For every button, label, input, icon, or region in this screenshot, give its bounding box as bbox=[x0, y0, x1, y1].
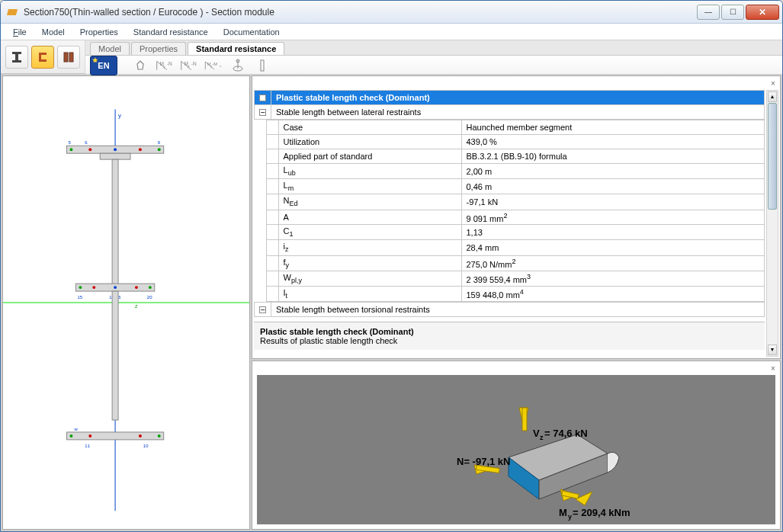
maximize-button[interactable]: ☐ bbox=[721, 5, 744, 20]
right-pane-area: × − Plastic stable length check (Dominan… bbox=[252, 75, 781, 530]
svg-rect-2 bbox=[12, 60, 21, 62]
svg-text:= 209,4 kNm: = 209,4 kNm bbox=[573, 507, 631, 518]
svg-rect-55 bbox=[522, 408, 527, 431]
svg-rect-22 bbox=[100, 153, 130, 159]
svg-text:M: M bbox=[559, 507, 567, 518]
summary-panel: Plastic stable length check (Dominant) R… bbox=[254, 322, 765, 350]
tab-properties[interactable]: Properties bbox=[131, 42, 186, 55]
menu-properties[interactable]: Properties bbox=[72, 25, 126, 39]
svg-point-33 bbox=[79, 286, 82, 289]
scroll-up-icon[interactable]: ▲ bbox=[768, 91, 777, 102]
menu-documentation[interactable]: Documentation bbox=[216, 25, 287, 39]
collapse-icon[interactable]: − bbox=[259, 109, 266, 116]
scroll-down-icon[interactable]: ▼ bbox=[768, 345, 777, 355]
svg-text:z: z bbox=[188, 65, 190, 69]
titlebar[interactable]: Section750(Thin-walled section / Eurocod… bbox=[1, 1, 782, 24]
svg-text:6: 6 bbox=[85, 140, 88, 145]
summary-title: Plastic stable length check (Dominant) bbox=[260, 327, 759, 336]
vertical-scrollbar[interactable]: ▲ ▼ bbox=[766, 90, 778, 357]
svg-point-26 bbox=[139, 148, 142, 151]
table-row[interactable]: NEd-97,1 kN bbox=[254, 194, 765, 210]
tab-model[interactable]: Model bbox=[90, 42, 130, 55]
app-window: Section750(Thin-walled section / Eurocod… bbox=[0, 0, 783, 532]
table-subheader-lateral[interactable]: − Stable length between lateral restrain… bbox=[255, 105, 765, 120]
svg-text:20: 20 bbox=[147, 295, 152, 300]
svg-point-46 bbox=[88, 434, 91, 437]
svg-text:-N: -N bbox=[167, 61, 172, 66]
tool-channel-icon[interactable] bbox=[31, 46, 54, 69]
svg-point-35 bbox=[92, 286, 95, 289]
properties-table: − Plastic stable length check (Dominant)… bbox=[254, 90, 765, 120]
table-subheader-torsional[interactable]: − Stable length between torsional restra… bbox=[255, 303, 765, 317]
diagram-mz-n-icon[interactable]: Mz-N bbox=[178, 56, 200, 75]
summary-text: Results of plastic stable length check bbox=[260, 336, 759, 345]
tool-section-icon[interactable] bbox=[57, 46, 80, 69]
svg-point-45 bbox=[158, 434, 161, 437]
svg-text:9: 9 bbox=[158, 140, 161, 145]
svg-marker-60 bbox=[576, 492, 592, 505]
section-view[interactable]: y 5 6 9 bbox=[2, 75, 250, 530]
diagram-my-n-icon[interactable]: My-N bbox=[154, 56, 175, 75]
svg-rect-43 bbox=[66, 432, 163, 440]
window-buttons: — ☐ ✕ bbox=[697, 5, 779, 20]
table-row[interactable]: Applied part of standardBB.3.2.1 (BB.9-1… bbox=[254, 149, 765, 164]
window-title: Section750(Thin-walled section / Eurocod… bbox=[24, 7, 697, 18]
forces-3d-view[interactable]: V z = 74,6 kN N= -97,1 kN M y = 209,4 kN… bbox=[257, 375, 775, 524]
tool-ibeam-icon[interactable] bbox=[5, 46, 28, 69]
svg-text:10: 10 bbox=[143, 444, 149, 448]
force-n-label: N= -97,1 kN bbox=[457, 456, 510, 467]
svg-rect-31 bbox=[112, 159, 118, 288]
table-row[interactable]: Lub2,00 m bbox=[254, 164, 765, 179]
svg-point-34 bbox=[149, 286, 152, 289]
svg-rect-17 bbox=[261, 60, 264, 71]
collapse-icon[interactable]: − bbox=[259, 95, 266, 101]
svg-point-23 bbox=[69, 148, 72, 151]
svg-text:z: z bbox=[540, 434, 544, 441]
svg-point-44 bbox=[69, 434, 72, 437]
svg-point-24 bbox=[158, 148, 161, 151]
table-section-header[interactable]: − Plastic stable length check (Dominant) bbox=[255, 91, 765, 105]
toolbar: Model Properties Standard resistance EN … bbox=[1, 40, 782, 74]
buckling-icon[interactable] bbox=[227, 56, 249, 75]
menu-model[interactable]: Model bbox=[34, 25, 72, 39]
pane-close-icon[interactable]: × bbox=[768, 363, 778, 373]
svg-point-37 bbox=[114, 286, 117, 289]
table-row[interactable]: Lm0,46 m bbox=[254, 179, 765, 194]
table-row[interactable]: C11,13 bbox=[254, 225, 765, 240]
svg-rect-3 bbox=[64, 53, 68, 62]
collapse-icon[interactable]: − bbox=[259, 306, 266, 313]
svg-text:y: y bbox=[163, 65, 165, 69]
diagram-my-mz-icon[interactable]: My-Mz bbox=[203, 56, 224, 75]
table-row[interactable]: A9 091 mm2 bbox=[254, 210, 765, 225]
toolbar-shape-group bbox=[1, 40, 85, 73]
menu-file[interactable]: File bbox=[5, 25, 34, 39]
svg-text:15: 15 bbox=[77, 295, 82, 300]
section-drawing: y 5 6 9 bbox=[3, 76, 249, 529]
svg-point-47 bbox=[139, 434, 142, 437]
force-vz-label: V bbox=[533, 428, 540, 439]
svg-point-27 bbox=[114, 148, 117, 151]
table-row[interactable]: It159 448,0 mm4 bbox=[254, 286, 765, 301]
table-row[interactable]: CaseHaunched member segment bbox=[254, 120, 765, 135]
tab-standard-resistance[interactable]: Standard resistance bbox=[188, 42, 284, 55]
close-button[interactable]: ✕ bbox=[746, 5, 779, 20]
svg-text:5: 5 bbox=[68, 140, 71, 145]
svg-rect-42 bbox=[112, 291, 118, 420]
pane-close-icon[interactable]: × bbox=[768, 78, 778, 88]
table-row[interactable]: Utilization439,0 % bbox=[254, 135, 765, 149]
column-icon[interactable] bbox=[252, 56, 273, 75]
eurocode-en-button[interactable]: EN bbox=[90, 56, 117, 75]
main-area: y 5 6 9 bbox=[1, 74, 782, 531]
menu-standard-resistance[interactable]: Standard resistance bbox=[126, 25, 216, 39]
table-row[interactable]: Wpl,y2 399 559,4 mm3 bbox=[254, 271, 765, 286]
svg-text:w: w bbox=[73, 427, 78, 431]
toolbar-tabs: Model Properties Standard resistance EN … bbox=[85, 40, 782, 73]
table-row[interactable]: fy275,0 N/mm2 bbox=[254, 255, 765, 271]
minimize-button[interactable]: — bbox=[697, 5, 720, 20]
shape-icon[interactable] bbox=[130, 56, 151, 75]
svg-text:-M: -M bbox=[212, 62, 217, 66]
table-row[interactable]: iz28,4 mm bbox=[254, 240, 765, 255]
svg-text:z: z bbox=[135, 303, 138, 309]
scrollbar-thumb[interactable] bbox=[768, 103, 777, 210]
properties-rows: CaseHaunched member segmentUtilization43… bbox=[254, 120, 765, 302]
